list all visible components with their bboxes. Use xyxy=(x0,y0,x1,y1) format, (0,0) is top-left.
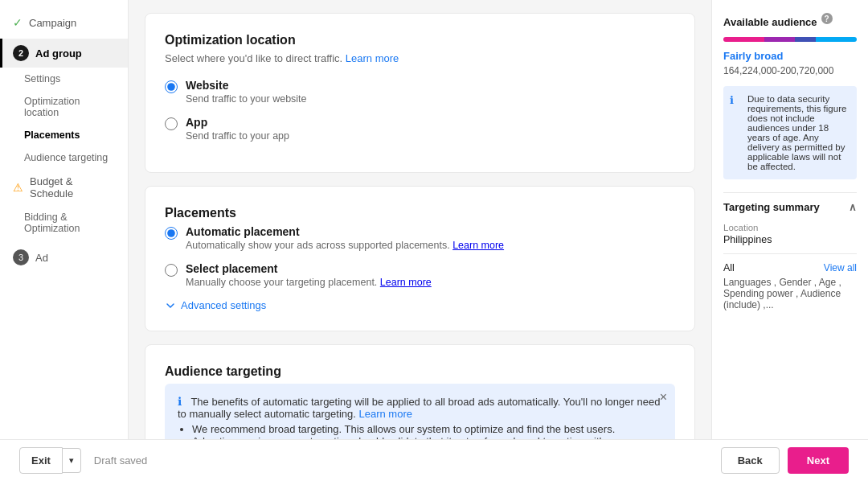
sidebar-subitem-bidding[interactable]: Bidding & Optimization xyxy=(0,206,128,240)
learn-more-audience-link[interactable]: Learn more xyxy=(358,408,411,420)
optimization-location-subtitle: Select where you'd like to direct traffi… xyxy=(165,52,675,64)
select-placement-radio[interactable] xyxy=(165,264,178,277)
sidebar-item-budget[interactable]: ⚠ Budget & Schedule xyxy=(0,169,128,206)
close-info-button[interactable]: × xyxy=(660,390,667,405)
bottom-bar: Exit ▾ Draft saved Back Next xyxy=(0,439,868,481)
website-radio[interactable] xyxy=(165,80,178,93)
sidebar-item-campaign[interactable]: ✓ Campaign xyxy=(0,10,128,35)
advanced-settings-link[interactable]: Advanced settings xyxy=(165,299,675,311)
audience-info-box: ℹ The benefits of automatic targeting wi… xyxy=(165,384,675,439)
learn-more-link-1[interactable]: Learn more xyxy=(346,52,399,64)
exit-button[interactable]: Exit xyxy=(19,447,63,474)
select-placement-label: Select placement xyxy=(186,262,432,275)
bar-segment-1 xyxy=(723,37,764,42)
main-content: Optimization location Select where you'd… xyxy=(129,0,711,439)
sidebar-item-label: Ad xyxy=(35,252,48,264)
website-option[interactable]: Website Send traffic to your website xyxy=(165,79,675,105)
learn-more-select-link[interactable]: Learn more xyxy=(380,277,432,288)
divider xyxy=(723,192,857,193)
select-placement-desc: Manually choose your targeting placement… xyxy=(186,277,432,288)
sidebar: ✓ Campaign 2 Ad group Settings Optimizat… xyxy=(0,0,129,439)
placements-card: Placements Automatic placement Automatic… xyxy=(145,186,695,331)
automatic-placement-desc: Automatically show your ads across suppo… xyxy=(186,240,504,251)
app-label: App xyxy=(186,116,289,129)
step-number: 2 xyxy=(13,45,29,61)
audience-targeting-card: Audience targeting ℹ The benefits of aut… xyxy=(145,344,695,439)
chevron-down-icon xyxy=(165,300,176,311)
view-all-link[interactable]: View all xyxy=(824,262,857,273)
step-number: 3 xyxy=(13,249,29,265)
location-summary: Location Philippines xyxy=(723,223,857,245)
bottom-left: Exit ▾ Draft saved xyxy=(19,447,147,474)
sidebar-subitem-optimization[interactable]: Optimization location xyxy=(0,90,128,124)
targeting-summary-title: Targeting summary ∧ xyxy=(723,201,857,213)
automatic-placement-label: Automatic placement xyxy=(186,225,504,238)
sidebar-item-label: Ad group xyxy=(35,47,82,60)
sidebar-item-ad[interactable]: 3 Ad xyxy=(0,243,128,272)
bar-segment-2 xyxy=(764,37,795,42)
exit-chevron-button[interactable]: ▾ xyxy=(63,448,81,473)
location-label: Location xyxy=(723,223,857,232)
audience-count: 164,224,000-200,720,000 xyxy=(723,65,857,76)
sidebar-item-label: Campaign xyxy=(29,17,76,29)
placements-title: Placements xyxy=(165,206,675,220)
divider-2 xyxy=(723,253,857,254)
app-option[interactable]: App Send traffic to your app xyxy=(165,116,675,142)
check-icon: ✓ xyxy=(13,16,23,29)
automatic-placement-option[interactable]: Automatic placement Automatically show y… xyxy=(165,225,675,251)
chevron-up-icon: ∧ xyxy=(849,201,857,213)
next-button[interactable]: Next xyxy=(788,447,849,474)
optimization-location-title: Optimization location xyxy=(165,33,675,47)
sidebar-subitem-settings[interactable]: Settings xyxy=(0,68,128,90)
automatic-placement-radio[interactable] xyxy=(165,227,178,240)
app-radio[interactable] xyxy=(165,117,178,130)
draft-saved-text: Draft saved xyxy=(94,454,147,467)
all-row: All View all xyxy=(723,262,857,273)
audience-targeting-title: Audience targeting xyxy=(165,364,675,379)
bottom-right: Back Next xyxy=(721,447,849,474)
optimization-location-card: Optimization location Select where you'd… xyxy=(145,13,695,173)
available-audience-title: Available audience ? xyxy=(723,13,857,31)
learn-more-auto-link[interactable]: Learn more xyxy=(452,240,504,251)
warning-icon: ⚠ xyxy=(13,181,23,194)
back-button[interactable]: Back xyxy=(721,447,780,474)
location-value: Philippines xyxy=(723,234,857,245)
select-placement-option[interactable]: Select placement Manually choose your ta… xyxy=(165,262,675,288)
audience-info-icon[interactable]: ? xyxy=(821,13,833,24)
broad-label: Fairly broad xyxy=(723,50,857,62)
sidebar-item-ad-group[interactable]: 2 Ad group xyxy=(0,39,128,68)
audience-bar xyxy=(723,37,857,42)
bar-segment-3 xyxy=(795,37,816,42)
security-info-icon: ℹ xyxy=(730,94,734,106)
sidebar-subitem-audience[interactable]: Audience targeting xyxy=(0,146,128,169)
bar-segment-4 xyxy=(816,37,857,42)
all-label: All xyxy=(723,262,735,273)
sidebar-subitem-placements[interactable]: Placements xyxy=(0,124,128,146)
right-panel: Available audience ? Fairly broad 164,22… xyxy=(711,0,868,439)
info-icon: ℹ xyxy=(178,395,182,408)
website-label: Website xyxy=(186,79,307,92)
sidebar-item-label: Budget & Schedule xyxy=(30,175,115,199)
summary-tags: Languages , Gender , Age , Spending powe… xyxy=(723,277,857,310)
website-desc: Send traffic to your website xyxy=(186,93,307,105)
security-note: ℹ Due to data security requirements, thi… xyxy=(723,86,857,179)
app-desc: Send traffic to your app xyxy=(186,130,289,142)
